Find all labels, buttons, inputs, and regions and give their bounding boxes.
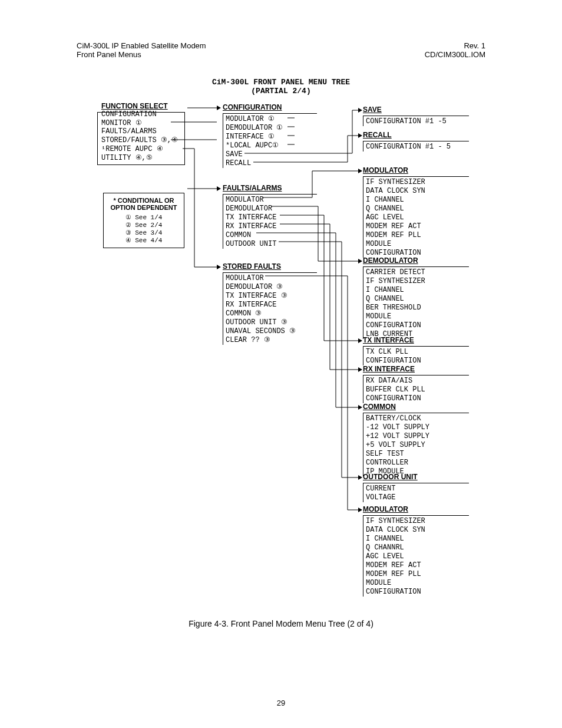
list-item: ④ See 4/4 [108,236,179,244]
list-item: ¹REMOTE AUPC ④ [101,144,181,153]
list-item: INTERFACE ① [226,133,317,141]
list-item: UTILITY ④,⑤ [101,153,181,162]
list-item: MODULE [366,240,469,249]
list-item: CLEAR ?? ③ [226,336,317,345]
demodulator-section: DEMODULATOR CARRIER DETECT IF SYNTHESIZE… [363,256,469,339]
list-item: DATA CLOCK SYN [366,526,469,535]
faults-alarms-heading: FAULTS/ALARMS [223,184,317,192]
list-item: CONFIGURATION [366,394,469,403]
list-item: +5 VOLT SUPPLY [366,441,469,450]
arrow-icon [358,405,362,410]
list-item: AGC LEVEL [366,213,469,222]
faults-alarms-section: FAULTS/ALARMS MODULATOR DEMODULATOR TX I… [223,184,317,249]
list-item: DEMODULATOR [226,205,317,213]
list-item: DATA CLOCK SYN [366,187,469,196]
list-item: IF SYNTHESIZER [366,178,469,187]
list-item: COMMON ③ [226,309,317,318]
modulator-section-2: MODULATOR IF SYNTHESIZER DATA CLOCK SYN … [363,505,469,597]
arrow-icon [358,508,362,512]
menu-tree-diagram: FUNCTION SELECT CONFIGURATION MONITOR ① … [0,103,562,587]
list-item: ③ See 3/4 [108,229,179,236]
list-item: RX INTERFACE [226,222,317,231]
list-item: CURRENT [366,485,469,493]
list-item: CONFIGURATION #1 - 5 [366,143,469,151]
figure-caption: Figure 4-3. Front Panel Modem Menu Tree … [0,619,562,628]
list-item: SAVE [226,150,317,159]
list-item: CONFIGURATION [366,321,469,330]
list-item: TX CLK PLL [366,348,469,357]
list-item: I CHANNEL [366,196,469,205]
arrow-icon [358,475,362,480]
header-left-line1: CiM-300L IP Enabled Satellite Modem [77,41,206,50]
stored-faults-section: STORED FAULTS MODULATOR DEMODULATOR ③ TX… [223,262,317,345]
list-item: AGC LEVEL [366,552,469,561]
function-select-heading: FUNCTION SELECT [101,102,181,110]
list-item: TX INTERFACE ③ [226,292,317,301]
outdoor-unit-section: OUTDOOR UNIT CURRENT VOLTAGE [363,473,469,502]
configuration-heading: CONFIGURATION [223,103,317,111]
list-item: FAULTS/ALARMS [101,127,181,136]
list-item: STORED/FAULTS ③,④ [101,136,181,144]
list-item: BER THRESHOLD [366,304,469,312]
list-item: RX INTERFACE [226,301,317,309]
list-item: BATTERY/CLOCK [366,414,469,423]
save-section: SAVE CONFIGURATION #1 -5 [363,106,469,126]
list-item: DEMODULATOR ③ [226,283,317,292]
list-item: MONITOR ① [101,118,181,127]
list-item: IF SYNTHESIZER [366,517,469,526]
legend-box: * CONDITIONAL OR OPTION DEPENDENT ① See … [103,193,184,248]
rx-interface-heading: RX INTERFACE [363,365,469,373]
list-item: -12 VOLT SUPPLY [366,423,469,432]
list-item: Q CHANNEL [366,205,469,213]
configuration-section: CONFIGURATION MODULATOR ① DEMODULATOR ① … [223,103,317,168]
common-section: COMMON BATTERY/CLOCK -12 VOLT SUPPLY +12… [363,403,469,476]
function-select-box: FUNCTION SELECT CONFIGURATION MONITOR ① … [97,112,185,165]
list-item: Q CHANNRL [366,543,469,552]
arrow-icon [217,265,221,269]
list-item: DEMODULATOR ① [226,124,317,133]
rx-interface-section: RX INTERFACE RX DATA/AIS BUFFER CLK PLL … [363,365,469,403]
list-item: *LOCAL AUPC① [226,141,317,150]
list-item: OUTDOOR UNIT [226,240,317,249]
list-item: OUTDOOR UNIT ③ [226,318,317,327]
arrow-icon [358,367,362,372]
tx-interface-section: TX INTERFACE TX CLK PLL CONFIGURATION [363,336,469,365]
arrow-icon [358,108,362,113]
header-right-line2: CD/CIM300L.IOM [425,50,485,59]
stored-faults-heading: STORED FAULTS [223,262,317,271]
modulator-heading: MODULATOR [363,166,469,174]
list-item: CONFIGURATION #1 -5 [366,117,469,126]
list-item: ② See 2/4 [108,221,179,229]
arrow-icon [358,133,362,138]
list-item: COMMON [226,231,317,240]
list-item: RX DATA/AIS [366,377,469,386]
arrow-icon [358,259,362,263]
list-item: MODULE [366,312,469,321]
recall-heading: RECALL [363,131,469,139]
arrow-icon [217,186,221,191]
common-heading: COMMON [363,403,469,411]
list-item: MODULATOR ① [226,115,317,124]
list-item: Q CHANNEL [366,295,469,304]
list-item: TX INTERFACE [226,213,317,222]
header-right-line1: Rev. 1 [425,41,485,50]
outdoor-unit-heading: OUTDOOR UNIT [363,473,469,481]
arrow-icon [358,338,362,343]
list-item: MODEM REF ACT [366,222,469,231]
list-item: MODEM REF PLL [366,231,469,240]
arrow-icon [358,169,362,173]
list-item: RECALL [226,159,317,168]
page-header: CiM-300L IP Enabled Satellite Modem Fron… [77,41,485,59]
list-item: MODEM REF ACT [366,561,469,570]
save-heading: SAVE [363,106,469,114]
list-item: IF SYNTHESIZER [366,277,469,286]
tx-interface-heading: TX INTERFACE [363,336,469,344]
list-item: I CHANNEL [366,286,469,295]
list-item: UNAVAL SECONDS ③ [226,327,317,336]
list-item: CONFIGURATION [101,110,181,118]
list-item: I CHANNEL [366,535,469,543]
list-item: ① See 1/4 [108,213,179,221]
connector-lines [0,103,562,587]
header-left-line2: Front Panel Menus [77,50,206,59]
list-item: +12 VOLT SUPPLY [366,432,469,441]
